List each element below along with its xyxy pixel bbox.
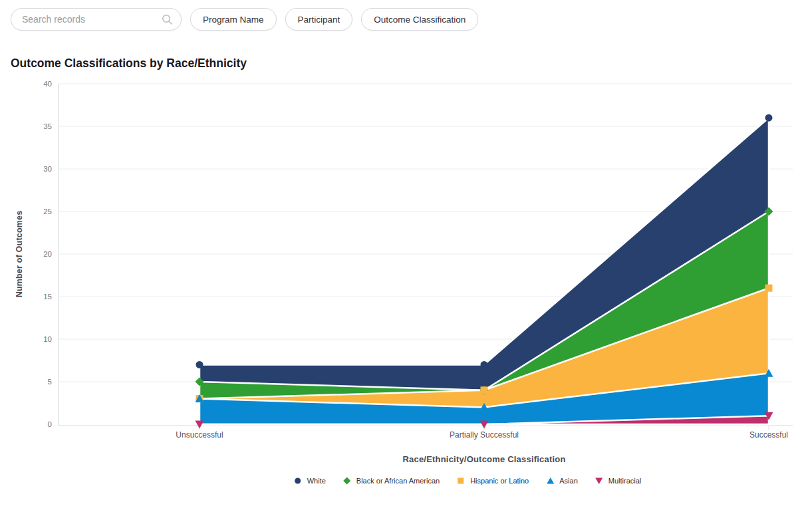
app-page: 0510152025303540UnsuccessfulPartially Su…	[0, 0, 798, 532]
diamond-legend-icon	[343, 477, 351, 485]
y-tick-label: 25	[43, 207, 52, 215]
legend-item-multiracial[interactable]: Multiracial	[595, 477, 642, 485]
y-tick-label: 40	[43, 80, 52, 88]
marker-circle	[765, 114, 773, 122]
legend-label: White	[307, 477, 326, 485]
marker-square	[765, 285, 773, 292]
y-tick-label: 20	[43, 250, 52, 258]
circle-glyph	[295, 478, 301, 484]
filter-outcome-classification-button[interactable]: Outcome Classification	[361, 8, 478, 31]
legend-label: Asian	[559, 477, 578, 485]
y-axis-title: Number of Outcomes	[15, 211, 24, 298]
y-tick-label: 35	[43, 122, 52, 130]
x-category-label: Successful	[749, 430, 788, 440]
diamond-glyph	[343, 477, 350, 485]
legend-label: Black or African American	[356, 477, 440, 485]
legend-item-hispanic-or-latino[interactable]: Hispanic or Latino	[457, 477, 529, 485]
square-legend-icon	[457, 477, 465, 485]
outcome-area-chart: 0510152025303540UnsuccessfulPartially Su…	[0, 0, 798, 532]
marker-circle	[196, 361, 203, 368]
square-glyph	[458, 478, 464, 484]
x-axis-title: Race/Ethnicity/Outcome Classification	[402, 454, 565, 464]
y-tick-label: 0	[48, 420, 52, 428]
filter-participant-button[interactable]: Participant	[285, 8, 353, 31]
legend-item-white[interactable]: White	[294, 477, 326, 485]
circle-legend-icon	[294, 477, 302, 485]
legend-label: Multiracial	[608, 477, 642, 485]
y-tick-label: 10	[43, 335, 52, 343]
search-icon	[162, 14, 173, 25]
triangle-down-legend-icon	[595, 477, 603, 485]
y-tick-label: 5	[48, 378, 52, 386]
triangle-up-glyph	[547, 477, 554, 484]
legend-item-asian[interactable]: Asian	[546, 477, 578, 485]
legend-item-black-or-african-american[interactable]: Black or African American	[343, 477, 440, 485]
marker-square	[481, 386, 488, 394]
search-box	[11, 8, 182, 31]
filter-program-name-button[interactable]: Program Name	[190, 8, 277, 31]
triangle-down-glyph	[595, 478, 602, 485]
search-input[interactable]	[22, 14, 162, 25]
chart-title: Outcome Classifications by Race/Ethnicit…	[11, 57, 247, 70]
chart-legend: WhiteBlack or African AmericanHispanic o…	[294, 477, 642, 485]
triangle-up-legend-icon	[546, 477, 554, 485]
y-tick-label: 30	[43, 165, 52, 173]
legend-label: Hispanic or Latino	[470, 477, 529, 485]
marker-circle	[481, 361, 488, 368]
x-category-label: Partially Successful	[450, 430, 519, 440]
filter-toolbar: Program Name Participant Outcome Classif…	[11, 8, 478, 31]
y-tick-label: 15	[43, 293, 52, 301]
x-category-label: Unsuccessful	[176, 430, 223, 440]
